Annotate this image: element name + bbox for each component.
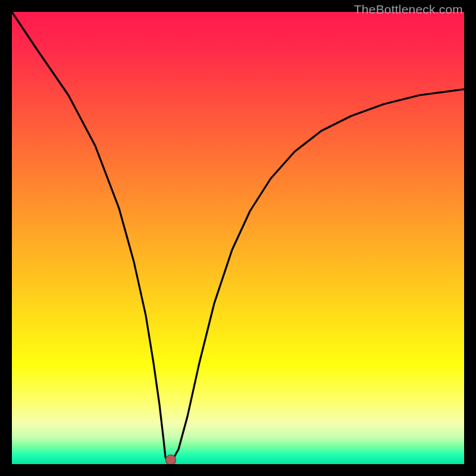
- min-point-marker: [166, 455, 176, 465]
- watermark: TheBottleneck.com: [354, 2, 463, 17]
- curve-overlay: [12, 12, 464, 464]
- chart-container: TheBottleneck.com: [0, 0, 476, 476]
- plot-area: [12, 12, 464, 464]
- bottleneck-curve: [12, 12, 464, 460]
